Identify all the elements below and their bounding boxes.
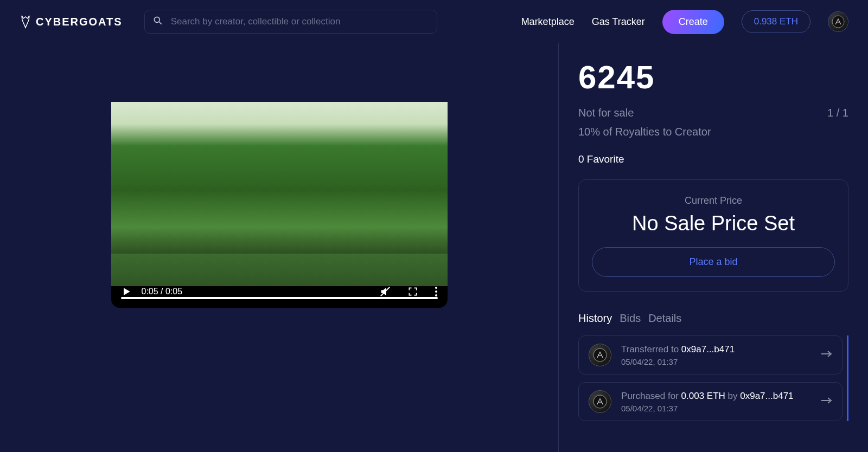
- tab-bids[interactable]: Bids: [620, 312, 641, 325]
- search-input[interactable]: [171, 16, 429, 27]
- history-avatar: [589, 344, 611, 366]
- main: 0:05 / 0:05 6245 Not for: [0, 43, 868, 452]
- svg-line-1: [159, 22, 161, 24]
- history-item[interactable]: Transferred to 0x9a7...b47105/04/22, 01:…: [578, 335, 843, 374]
- create-button[interactable]: Create: [662, 10, 724, 34]
- nav-marketplace[interactable]: Marketplace: [521, 16, 575, 28]
- fullscreen-icon[interactable]: [407, 286, 418, 297]
- tabs: History Bids Details: [578, 312, 848, 325]
- nav-gas-tracker[interactable]: Gas Tracker: [592, 16, 645, 28]
- video-player[interactable]: 0:05 / 0:05: [111, 102, 448, 308]
- details-pane: 6245 Not for sale 1 / 1 10% of Royalties…: [559, 43, 868, 452]
- svg-point-7: [593, 348, 607, 361]
- royalty-text: 10% of Royalties to Creator: [578, 126, 848, 138]
- arrow-right-icon[interactable]: [820, 397, 832, 406]
- history-text: Purchased for 0.003 ETH by 0x9a7...b471: [621, 391, 810, 402]
- svg-point-5: [435, 290, 437, 293]
- arrow-right-icon[interactable]: [820, 350, 832, 360]
- play-icon[interactable]: [121, 286, 132, 297]
- nav-links: Marketplace Gas Tracker Create 0.938 ETH: [521, 10, 848, 34]
- place-bid-button[interactable]: Place a bid: [592, 247, 835, 277]
- item-title: 6245: [578, 59, 848, 96]
- price-label: Current Price: [592, 195, 835, 206]
- video-progress[interactable]: [121, 297, 438, 299]
- history-time: 05/04/22, 01:37: [621, 357, 810, 366]
- history-time: 05/04/22, 01:37: [621, 404, 810, 413]
- svg-point-0: [154, 17, 159, 22]
- media-pane: 0:05 / 0:05: [0, 43, 559, 452]
- header: CYBERGOATS Marketplace Gas Tracker Creat…: [0, 0, 868, 43]
- history-text: Transferred to 0x9a7...b471: [621, 344, 810, 355]
- balance-pill[interactable]: 0.938 ETH: [742, 10, 810, 33]
- user-avatar[interactable]: [828, 11, 848, 32]
- svg-point-9: [593, 395, 607, 408]
- tab-history[interactable]: History: [578, 312, 612, 325]
- history-body: Purchased for 0.003 ETH by 0x9a7...b4710…: [621, 391, 810, 413]
- history-item[interactable]: Purchased for 0.003 ETH by 0x9a7...b4710…: [578, 382, 843, 421]
- goat-icon: [20, 15, 31, 29]
- history-body: Transferred to 0x9a7...b47105/04/22, 01:…: [621, 344, 810, 366]
- brand-logo[interactable]: CYBERGOATS: [20, 15, 123, 29]
- history-list: Transferred to 0x9a7...b47105/04/22, 01:…: [578, 335, 848, 421]
- svg-point-6: [435, 294, 437, 296]
- video-time: 0:05 / 0:05: [142, 287, 183, 296]
- price-box: Current Price No Sale Price Set Place a …: [578, 179, 848, 292]
- svg-point-2: [832, 16, 844, 28]
- svg-point-4: [435, 287, 437, 289]
- brand-text: CYBERGOATS: [36, 16, 123, 28]
- mute-icon[interactable]: [379, 286, 391, 298]
- video-controls: 0:05 / 0:05: [111, 275, 448, 308]
- tab-details[interactable]: Details: [648, 312, 681, 325]
- more-icon[interactable]: [435, 286, 438, 297]
- search-box[interactable]: [144, 10, 437, 34]
- history-avatar: [589, 390, 611, 413]
- edition-count: 1 / 1: [827, 107, 848, 119]
- video-frame: [111, 102, 448, 286]
- sale-status: Not for sale: [578, 107, 634, 119]
- search-icon: [152, 15, 163, 28]
- price-value: No Sale Price Set: [592, 212, 835, 235]
- favorite-count[interactable]: 0 Favorite: [578, 153, 848, 165]
